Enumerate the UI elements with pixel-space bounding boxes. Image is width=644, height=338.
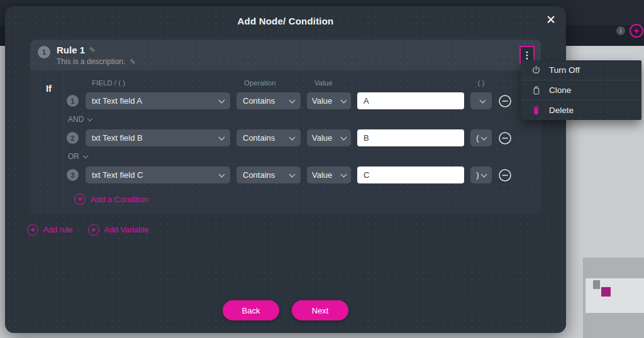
- rule-number-badge: 1: [38, 46, 50, 58]
- condition-row: 1 txt Text field A Contains Value: [67, 92, 535, 109]
- field-select[interactable]: txt Text field B: [86, 129, 230, 146]
- header-bracket: ( ): [470, 79, 492, 87]
- remove-condition-button[interactable]: [498, 168, 512, 182]
- minimap-node-magenta: [601, 287, 611, 297]
- chevron-down-icon: [479, 97, 486, 103]
- chevron-down-icon: [87, 116, 92, 121]
- rule-header: 1 Rule 1 ✎ This is a description. ✎ ⋮: [30, 40, 541, 70]
- rule-name: Rule 1: [57, 45, 85, 55]
- if-label: If: [34, 74, 64, 206]
- header-field: FIELD / ( ): [86, 79, 230, 87]
- rule-context-menu: Turn Off Clone Delete: [521, 60, 641, 120]
- chevron-down-icon: [480, 171, 487, 177]
- edit-rule-name-icon[interactable]: ✎: [89, 46, 95, 54]
- condition-number-badge: 1: [67, 95, 79, 107]
- rule-panel: 1 Rule 1 ✎ This is a description. ✎ ⋮ If…: [30, 40, 541, 215]
- chevron-down-icon: [289, 171, 296, 177]
- field-select[interactable]: txt Text field C: [86, 166, 230, 183]
- plus-circle-icon: +: [27, 224, 38, 236]
- add-rule-button[interactable]: + Add rule: [27, 224, 73, 236]
- operation-select[interactable]: Contains: [236, 92, 301, 109]
- value-input[interactable]: [357, 166, 464, 183]
- plus-circle-icon: +: [88, 224, 99, 236]
- back-button[interactable]: Back: [223, 300, 279, 320]
- header-operation: Operation: [236, 79, 301, 87]
- power-icon: [531, 65, 541, 75]
- bracket-select[interactable]: [470, 92, 492, 109]
- value-type-select[interactable]: Value: [307, 129, 351, 146]
- plus-circle-icon: +: [74, 194, 86, 205]
- add-variable-button[interactable]: + Add Variable: [88, 224, 149, 236]
- minimap-node-gray: [593, 280, 600, 289]
- remove-condition-button[interactable]: [498, 94, 512, 108]
- menu-item-clone[interactable]: Clone: [521, 80, 641, 100]
- chevron-down-icon: [341, 171, 347, 177]
- field-select[interactable]: txt Text field A: [86, 92, 230, 109]
- condition-row: 3 txt Text field C Contains Value: [67, 166, 535, 183]
- chevron-down-icon: [219, 97, 225, 103]
- menu-item-turn-off[interactable]: Turn Off: [521, 60, 641, 80]
- chevron-down-icon: [83, 153, 88, 158]
- rule-description: This is a description.: [57, 57, 125, 66]
- value-input[interactable]: [357, 129, 464, 146]
- operation-select[interactable]: Contains: [236, 166, 301, 183]
- condition-number-badge: 2: [67, 132, 79, 144]
- close-icon[interactable]: ✕: [546, 14, 556, 26]
- remove-condition-button[interactable]: [498, 131, 512, 145]
- add-node-icon[interactable]: +: [630, 24, 643, 38]
- chevron-down-icon: [219, 171, 225, 177]
- operation-select[interactable]: Contains: [236, 129, 301, 146]
- value-type-select[interactable]: Value: [307, 92, 351, 109]
- bracket-select[interactable]: (: [470, 129, 492, 146]
- chevron-down-icon: [289, 97, 296, 103]
- value-type-select[interactable]: Value: [307, 166, 351, 183]
- chevron-down-icon: [289, 134, 296, 140]
- condition-number-badge: 3: [67, 169, 79, 181]
- bracket-select[interactable]: ): [470, 166, 492, 183]
- chevron-down-icon: [341, 97, 347, 103]
- edit-rule-description-icon[interactable]: ✎: [130, 58, 135, 66]
- menu-item-delete[interactable]: Delete: [521, 100, 641, 120]
- chevron-down-icon: [219, 134, 225, 140]
- next-button[interactable]: Next: [292, 300, 348, 320]
- value-input[interactable]: [357, 92, 464, 109]
- clone-icon: [531, 85, 541, 95]
- connector-or[interactable]: OR: [68, 152, 535, 161]
- add-node-condition-modal: Add Node/ Condition ✕ 1 Rule 1 ✎ This is…: [5, 6, 566, 333]
- header-value: Value: [307, 79, 351, 87]
- chevron-down-icon: [341, 134, 347, 140]
- connector-and[interactable]: AND: [68, 115, 535, 124]
- trash-icon: [531, 106, 541, 115]
- modal-title: Add Node/ Condition: [5, 6, 566, 28]
- add-condition-button[interactable]: + Add a Condition: [74, 194, 535, 205]
- rule-body: If FIELD / ( ) Operation Value ( ) 1 txt…: [30, 70, 541, 215]
- condition-column-headers: FIELD / ( ) Operation Value ( ): [67, 79, 535, 87]
- info-icon[interactable]: i: [616, 26, 625, 35]
- condition-row: 2 txt Text field B Contains Value: [67, 129, 535, 146]
- chevron-down-icon: [480, 134, 487, 140]
